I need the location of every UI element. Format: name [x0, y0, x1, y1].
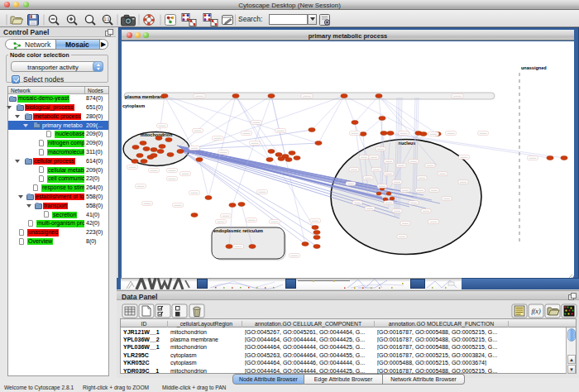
svg-text:cytoplasm: cytoplasm [122, 103, 145, 108]
svg-text:endoplasmic reticulum: endoplasmic reticulum [213, 228, 263, 233]
svg-text:unassigned: unassigned [521, 65, 547, 70]
svg-text:f(x): f(x) [531, 308, 540, 315]
svg-text:1:1: 1:1 [104, 17, 110, 22]
svg-text:plasma membrane: plasma membrane [125, 94, 165, 99]
